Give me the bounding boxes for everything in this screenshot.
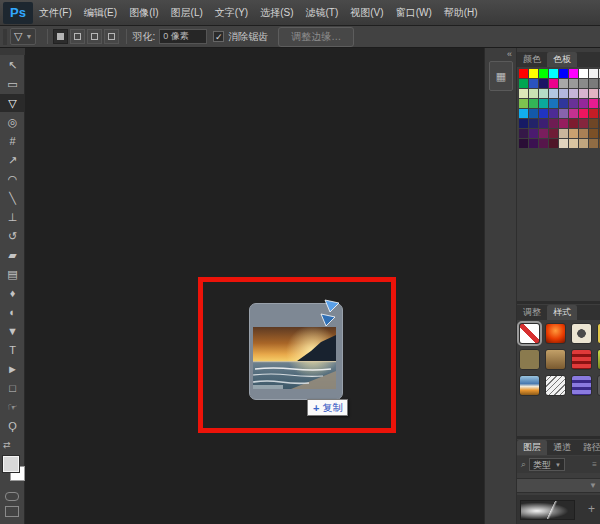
color-swatch[interactable] — [529, 119, 538, 128]
color-swatch[interactable] — [579, 79, 588, 88]
color-swatch[interactable] — [569, 109, 578, 118]
menu-item[interactable]: 文字(Y) — [209, 0, 254, 26]
color-swatch[interactable] — [569, 99, 578, 108]
color-swatch[interactable] — [589, 119, 598, 128]
menu-item[interactable]: 图像(I) — [123, 0, 164, 26]
style-tan-flat[interactable] — [519, 349, 540, 370]
color-swatch[interactable] — [539, 139, 548, 148]
menu-item[interactable]: 图层(L) — [165, 0, 209, 26]
color-swatch[interactable] — [559, 129, 568, 138]
color-swatch[interactable] — [539, 69, 548, 78]
tool-rectangular-marquee[interactable]: ▭ — [0, 75, 25, 93]
menu-item[interactable]: 文件(F) — [33, 0, 78, 26]
color-swatch[interactable] — [529, 79, 538, 88]
color-swatch[interactable] — [519, 69, 528, 78]
style-purple-stripes[interactable] — [571, 375, 592, 396]
color-swatch[interactable] — [529, 129, 538, 138]
tab-styles[interactable]: 样式 — [547, 305, 577, 320]
color-swatch[interactable] — [559, 69, 568, 78]
style-sunset[interactable] — [519, 375, 540, 396]
color-swatch[interactable] — [519, 119, 528, 128]
color-swatch[interactable] — [579, 109, 588, 118]
menu-item[interactable]: 选择(S) — [254, 0, 299, 26]
color-swatch[interactable] — [529, 69, 538, 78]
tool-crop[interactable]: # — [0, 132, 25, 150]
color-swatch[interactable] — [589, 89, 598, 98]
tool-zoom[interactable]: Ϙ — [0, 417, 25, 435]
color-swatch[interactable] — [539, 129, 548, 138]
layer-thumbnail[interactable] — [520, 500, 575, 520]
color-swatch[interactable] — [569, 119, 578, 128]
filter-options-icon[interactable]: ≡ — [592, 460, 597, 469]
tool-blur[interactable]: ♦ — [0, 284, 25, 302]
color-swatch[interactable] — [569, 89, 578, 98]
menu-item[interactable]: 滤镜(T) — [300, 0, 345, 26]
color-swatch[interactable] — [589, 129, 598, 138]
tool-polygonal-lasso[interactable]: ▽ — [0, 94, 25, 112]
tool-gradient[interactable]: ▤ — [0, 265, 25, 283]
tool-pen[interactable]: ▼ — [0, 322, 25, 340]
color-swatch[interactable] — [539, 109, 548, 118]
tool-eraser[interactable]: ▰ — [0, 246, 25, 264]
color-swatch[interactable] — [529, 109, 538, 118]
color-swatch[interactable] — [539, 99, 548, 108]
color-swatch[interactable] — [589, 79, 598, 88]
style-gray-texture[interactable] — [545, 375, 566, 396]
layer-filter-type-dropdown[interactable]: 类型 ▼ — [529, 458, 565, 471]
tool-brush[interactable]: ╲ — [0, 189, 25, 207]
color-swatch[interactable] — [589, 109, 598, 118]
color-swatch[interactable] — [579, 129, 588, 138]
feather-input[interactable] — [159, 29, 207, 44]
tool-quick-selection[interactable]: ◎ — [0, 113, 25, 131]
color-swatch[interactable] — [579, 119, 588, 128]
color-swatch[interactable] — [569, 139, 578, 148]
color-swatch[interactable] — [589, 69, 598, 78]
intersect-selection-button[interactable] — [104, 29, 119, 44]
color-swatch[interactable] — [549, 129, 558, 138]
color-swatch[interactable] — [559, 79, 568, 88]
tool-path-selection[interactable]: ► — [0, 360, 25, 378]
expand-panels-icon[interactable]: « — [507, 49, 512, 59]
menu-item[interactable]: 视图(V) — [344, 0, 389, 26]
refine-edge-button[interactable]: 调整边缘… — [278, 27, 354, 47]
color-swatch[interactable] — [539, 79, 548, 88]
menu-item[interactable]: 帮助(H) — [438, 0, 484, 26]
tool-history-brush[interactable]: ↺ — [0, 227, 25, 245]
tab-swatches[interactable]: 色板 — [547, 52, 577, 67]
color-swatch[interactable] — [579, 69, 588, 78]
canvas-area[interactable]: + 复制 — [25, 48, 484, 524]
color-swatch[interactable] — [529, 89, 538, 98]
style-red-stripes[interactable] — [571, 349, 592, 370]
color-swatch[interactable] — [549, 109, 558, 118]
foreground-color-swatch[interactable] — [3, 456, 19, 472]
tool-preset-dropdown[interactable]: ▽ ▼ — [10, 28, 36, 45]
tab-adjustments[interactable]: 调整 — [517, 305, 547, 320]
tab-layers[interactable]: 图层 — [517, 440, 547, 455]
style-cream-frame[interactable] — [571, 323, 592, 344]
color-swatch[interactable] — [579, 99, 588, 108]
color-swatch[interactable] — [519, 129, 528, 138]
toolbar-grip[interactable] — [0, 48, 25, 55]
color-swatch[interactable] — [579, 89, 588, 98]
color-swatch[interactable] — [589, 99, 598, 108]
tool-move[interactable]: ↖ — [0, 56, 25, 74]
color-swatch[interactable] — [559, 109, 568, 118]
color-swatch[interactable] — [559, 119, 568, 128]
tool-hand[interactable]: ☞ — [0, 398, 25, 416]
collapsed-panel-button[interactable]: ▦ — [489, 61, 513, 91]
color-swatch[interactable] — [559, 139, 568, 148]
color-swatch[interactable] — [549, 79, 558, 88]
color-swatch[interactable] — [549, 69, 558, 78]
color-swatch[interactable] — [569, 69, 578, 78]
tab-color[interactable]: 颜色 — [517, 52, 547, 67]
style-tan-gradient[interactable] — [545, 349, 566, 370]
subtract-selection-button[interactable] — [87, 29, 102, 44]
color-swatch[interactable] — [549, 119, 558, 128]
tool-eyedropper[interactable]: ↗ — [0, 151, 25, 169]
swap-colors-icon[interactable]: ⇄ — [3, 440, 11, 450]
color-swatch[interactable] — [589, 139, 598, 148]
menu-item[interactable]: 窗口(W) — [390, 0, 438, 26]
color-swatch[interactable] — [519, 89, 528, 98]
style-none[interactable] — [519, 323, 540, 344]
color-swatch[interactable] — [519, 139, 528, 148]
